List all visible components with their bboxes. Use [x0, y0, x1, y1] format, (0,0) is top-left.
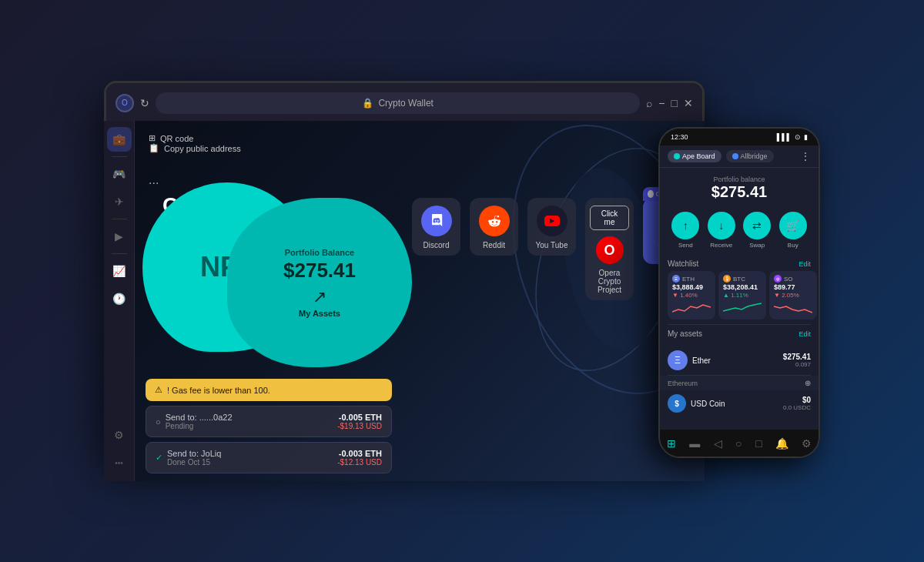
pending-tx-eth-amount: -0.005 ETH [337, 413, 382, 422]
sidebar-icon-video[interactable]: ▶ [107, 224, 132, 249]
watchlist-header: Watchlist Edit [668, 259, 811, 268]
ethereum-section-icon: ⊕ [805, 379, 811, 387]
receive-action: ↓ Receive [708, 212, 735, 249]
discord-icon [421, 206, 452, 236]
reddit-app-card[interactable]: Reddit [470, 198, 518, 256]
phone-nav-back[interactable]: ◁ [714, 437, 722, 450]
signal-icon: ▌▌▌ [777, 133, 792, 141]
receive-button[interactable]: ↓ [708, 212, 735, 239]
phone-nav-square[interactable]: □ [755, 437, 762, 450]
btc-mini-icon: ₿ [723, 275, 731, 283]
tx-pending-icon: ○ [156, 417, 161, 427]
copy-address-menu-item[interactable]: 📋 Copy public address [149, 143, 241, 153]
sidebar-icon-wallet[interactable]: 💼 [107, 127, 132, 152]
ether-amount: 0.097 [783, 361, 811, 368]
usdc-icon: $ [668, 394, 686, 413]
phone-balance-section: Portfolio balance $275.41 [660, 168, 819, 206]
wifi-icon: ⊙ [795, 133, 801, 141]
done-tx-amounts: -0.003 ETH -$12.13 USD [337, 449, 382, 458]
done-tx-info: Send to: JoLiq Done Oct 15 [167, 449, 221, 458]
wallet-menu-items: ⊞ QR code 📋 Copy public address [149, 133, 241, 153]
phone-nav-wallet[interactable]: ▬ [689, 437, 700, 450]
youtube-app-card[interactable]: You Tube [527, 198, 576, 256]
btc-price: $38,208.41 [723, 283, 762, 291]
search-browser-icon[interactable]: ⌕ [646, 97, 652, 109]
phone-nav-home[interactable]: ⊞ [667, 437, 676, 450]
send-label: Send [678, 242, 693, 249]
minimize-icon[interactable]: − [658, 97, 665, 109]
swap-label: Swap [749, 242, 765, 249]
gas-warning-text: ! Gas fee is lower than 100. [167, 386, 270, 395]
eth-watchlist-name: Ξ ETH [672, 275, 711, 283]
pending-tx-left: ○ Send to: ......0a22 Pending [156, 413, 233, 430]
pending-tx-amounts: -0.005 ETH -$19.13 USD [337, 413, 382, 430]
sidebar-divider-2 [112, 219, 127, 219]
assets-edit-button[interactable]: Edit [798, 330, 811, 338]
more-button[interactable]: ... [149, 173, 159, 187]
phone-nav-bell[interactable]: 🔔 [775, 437, 788, 450]
gas-warning-card: ⚠ ! Gas fee is lower than 100. [146, 379, 392, 401]
phone-tab-allbridge[interactable]: Allbridge [726, 150, 774, 162]
copy-icon: 📋 [149, 143, 159, 153]
phone-more-menu[interactable]: ⋮ [800, 150, 811, 162]
ether-value: $275.41 [783, 353, 811, 361]
phone-nav-circle[interactable]: ○ [735, 437, 742, 450]
youtube-app-label: You Tube [536, 241, 568, 249]
my-assets-header: My assets Edit [668, 330, 811, 338]
phone-portfolio-value: $275.41 [660, 183, 819, 201]
maximize-icon[interactable]: □ [671, 97, 678, 109]
eth-change: ▼ 1.40% [672, 292, 711, 299]
sol-chart [774, 300, 812, 316]
sidebar-more-icon[interactable]: ••• [107, 450, 132, 458]
watchlist-item-eth[interactable]: Ξ ETH $3,888.49 ▼ 1.40% [668, 271, 715, 319]
done-tx-eth-amount: -0.003 ETH [337, 449, 382, 458]
sidebar-icon-settings[interactable]: ⚙ [107, 423, 132, 447]
watchlist-item-btc[interactable]: ₿ BTC $38,208.41 ▲ 1.11% [718, 271, 766, 319]
phone-content: Ape Board Allbridge ⋮ Portfolio balance [660, 146, 819, 429]
opera-crypto-card[interactable]: Click me O Opera Crypto Project [585, 198, 634, 300]
sol-mini-icon: ◎ [774, 275, 782, 283]
reddit-app-label: Reddit [483, 241, 505, 249]
buy-button[interactable]: 🛒 [779, 212, 807, 239]
laptop-device: O ↻ 🔒 Crypto Wallet ⌕ − □ ✕ [104, 81, 705, 481]
watchlist-item-sol[interactable]: ◎ SO $89.77 ▼ 2.05% [769, 271, 817, 319]
wallet-header: ⊞ QR code 📋 Copy public address ⚙ [142, 129, 697, 135]
my-assets-label: My Assets [299, 309, 340, 318]
apeboard-icon [674, 153, 680, 159]
ethereum-network-section: Ethereum ⊕ [660, 376, 819, 390]
sidebar-icon-telegram[interactable]: ✈ [107, 189, 132, 214]
close-browser-icon[interactable]: ✕ [684, 97, 693, 109]
lock-icon: 🔒 [362, 98, 373, 109]
discord-app-card[interactable]: Discord [412, 198, 460, 256]
phone-status-icons: ▌▌▌ ⊙ ▮ [777, 133, 808, 141]
usd-coin-value: $0 [783, 396, 811, 404]
send-button[interactable]: ↑ [671, 212, 699, 239]
eth-mini-icon: Ξ [672, 275, 680, 283]
sidebar-icon-chart[interactable]: 📈 [107, 259, 132, 283]
sol-change: ▼ 2.05% [774, 292, 812, 299]
phone-tab-apeboard[interactable]: Ape Board [668, 150, 721, 162]
opera-crypto-icon: O [596, 236, 624, 264]
phone-nav-settings[interactable]: ⚙ [802, 437, 812, 450]
usd-coin-info: USD Coin [691, 400, 725, 408]
sol-price: $89.77 [774, 283, 812, 291]
reload-icon[interactable]: ↻ [140, 97, 149, 109]
ether-name: Ether [692, 356, 711, 365]
browser-sidebar: 💼 🎮 ✈ ▶ 📈 🕐 ⚙ ••• [104, 121, 135, 458]
click-me-button[interactable]: Click me [590, 206, 629, 230]
qr-code-menu-item[interactable]: ⊞ QR code [149, 133, 241, 143]
phone-time: 12:30 [671, 133, 688, 141]
watchlist-row: Ξ ETH $3,888.49 ▼ 1.40% [668, 271, 811, 319]
pending-tx-status: Pending [166, 422, 233, 430]
address-bar[interactable]: 🔒 Crypto Wallet [156, 92, 640, 114]
sidebar-icon-discord[interactable]: 🎮 [107, 162, 132, 186]
sidebar-icon-clock[interactable]: 🕐 [107, 286, 132, 311]
portfolio-bubble[interactable]: Portfolio Balance $275.41 ↗ My Assets [227, 198, 412, 367]
phone-status-bar: 12:30 ▌▌▌ ⊙ ▮ [660, 129, 819, 146]
swap-button[interactable]: ⇄ [743, 212, 771, 239]
reddit-icon [479, 206, 510, 236]
phone-app-tabs: Ape Board Allbridge [668, 150, 774, 162]
sidebar-divider-3 [112, 253, 127, 254]
pending-tx-usd-amount: -$19.13 USD [337, 422, 382, 430]
watchlist-edit-button[interactable]: Edit [798, 260, 811, 268]
